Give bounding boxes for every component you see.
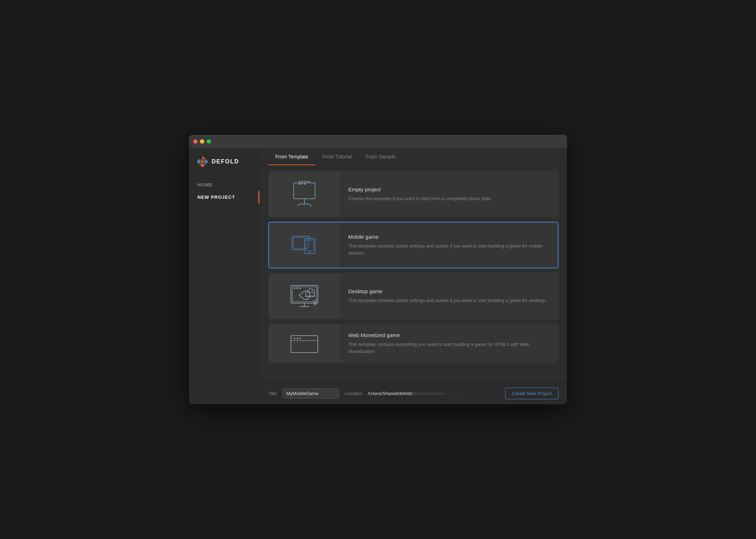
svg-point-37 (297, 338, 298, 339)
svg-point-26 (297, 288, 298, 289)
main-content: From Template From Tutorial From Sample (260, 148, 567, 404)
create-new-project-button[interactable]: Create New Project (505, 388, 559, 399)
svg-line-14 (309, 204, 311, 206)
template-desc-mobile: This template contains useful settings a… (348, 243, 549, 256)
svg-point-32 (314, 300, 316, 303)
svg-point-17 (304, 183, 305, 185)
tab-from-template[interactable]: From Template (268, 148, 315, 165)
tab-from-sample[interactable]: From Sample (359, 148, 403, 165)
svg-point-16 (301, 183, 303, 185)
web-icon (287, 333, 322, 354)
template-card-mobile[interactable]: Mobile game This template contains usefu… (268, 222, 559, 268)
sidebar: DEFOLD HOME NEW PROJECT (189, 148, 260, 404)
close-button[interactable] (193, 139, 197, 144)
tab-from-tutorial[interactable]: From Tutorial (315, 148, 359, 165)
template-card-empty[interactable]: Empty project Choose this template if yo… (268, 171, 559, 218)
location-path-suffix: MyMobileGame (412, 391, 445, 396)
svg-point-25 (294, 288, 295, 289)
svg-rect-7 (294, 183, 315, 199)
main-window: DEFOLD HOME NEW PROJECT From Template Fr… (189, 135, 567, 404)
sidebar-nav: HOME NEW PROJECT (189, 179, 259, 203)
template-name-desktop: Desktop game (348, 288, 546, 294)
mobile-icon (287, 231, 322, 259)
template-list: Empty project Choose this template if yo… (260, 165, 567, 382)
location-path-main: /Users/Shared/defold/ (368, 391, 412, 396)
svg-point-38 (299, 338, 301, 339)
more-button[interactable]: ... (450, 389, 463, 398)
titlebar (189, 135, 567, 148)
svg-point-27 (299, 288, 301, 289)
traffic-lights (193, 139, 211, 144)
template-icon-web (269, 324, 340, 363)
easel-icon (287, 180, 322, 208)
template-card-desktop[interactable]: Desktop game This template contains usef… (268, 273, 559, 319)
app-body: DEFOLD HOME NEW PROJECT From Template Fr… (189, 148, 567, 404)
svg-point-28 (309, 291, 310, 293)
template-icon-empty (269, 172, 340, 217)
template-desc-web: This template contains everything you ne… (348, 341, 549, 355)
template-icon-desktop (269, 273, 340, 319)
svg-point-36 (294, 338, 295, 339)
template-info-web: Web Monetized game This template contain… (340, 324, 558, 363)
location-path: /Users/Shared/defold/MyMobileGame (368, 391, 445, 396)
maximize-button[interactable] (207, 139, 211, 144)
bottom-bar: Title Location /Users/Shared/defold/MyMo… (260, 382, 567, 404)
sidebar-item-new-project[interactable]: NEW PROJECT (189, 191, 259, 203)
template-name-web: Web Monetized game (348, 332, 549, 338)
template-desc-desktop: This template contains useful settings a… (348, 297, 546, 304)
template-card-web[interactable]: Web Monetized game This template contain… (268, 324, 559, 363)
template-name-mobile: Mobile game (348, 234, 549, 240)
title-input[interactable] (282, 388, 339, 399)
svg-line-13 (297, 204, 299, 206)
logo-area: DEFOLD (189, 155, 259, 179)
sidebar-item-home[interactable]: HOME (189, 179, 259, 191)
desktop-icon (287, 282, 322, 310)
svg-point-29 (311, 291, 313, 293)
template-desc-empty: Choose this template if you want to star… (348, 195, 492, 202)
location-label: Location (345, 391, 362, 396)
template-info-mobile: Mobile game This template contains usefu… (340, 222, 558, 268)
tab-bar: From Template From Tutorial From Sample (260, 148, 567, 165)
template-icon-mobile (269, 222, 340, 268)
template-name-empty: Empty project (348, 186, 492, 192)
defold-logo-icon (196, 155, 209, 168)
title-label: Title (268, 391, 277, 396)
svg-point-15 (298, 183, 300, 185)
minimize-button[interactable] (200, 139, 204, 144)
template-info-desktop: Desktop game This template contains usef… (340, 273, 555, 319)
logo-text: DEFOLD (212, 158, 239, 165)
template-info-empty: Empty project Choose this template if yo… (340, 172, 501, 217)
